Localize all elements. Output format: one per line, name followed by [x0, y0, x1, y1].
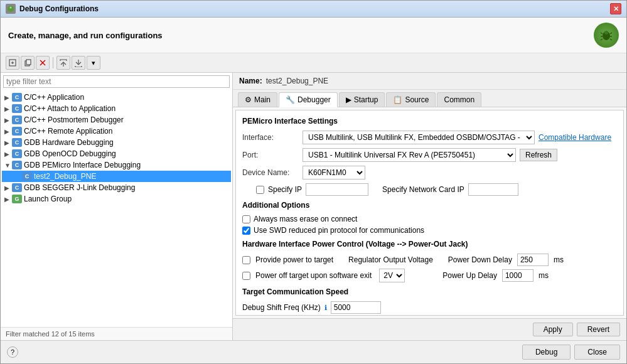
specify-ip-input[interactable]	[306, 183, 368, 196]
toolbar-separator	[53, 57, 53, 68]
device-name-label: Device Name:	[242, 168, 299, 177]
debug-shift-row: Debug Shift Freq (KHz) ℹ	[242, 301, 617, 314]
apply-button[interactable]: Apply	[533, 323, 573, 336]
debug-shift-help-icon[interactable]: ℹ	[324, 304, 327, 312]
power-control-section: Hardware Interface Power Control (Voltag…	[242, 240, 617, 282]
power-control-title: Hardware Interface Power Control (Voltag…	[242, 240, 617, 249]
tree-arrow-cpp-attach: ▶	[4, 105, 12, 112]
revert-button[interactable]: Revert	[577, 323, 620, 336]
port-select[interactable]: USB1 - Multilink Universal FX Rev A (PE5…	[303, 148, 516, 162]
svg-point-3	[604, 31, 608, 35]
debug-button[interactable]: Debug	[522, 345, 571, 360]
right-panel: Name: test2_Debug_PNE ⚙ Main 🔧 Debugger …	[233, 73, 626, 340]
debug-shift-input[interactable]	[331, 301, 381, 314]
dropdown-button[interactable]: ▾	[87, 56, 100, 70]
import-button[interactable]	[72, 56, 85, 70]
power-off-checkbox[interactable]	[242, 272, 250, 280]
window-header: Create, manage, and run configurations	[1, 18, 626, 53]
device-name-row: Device Name: K60FN1M0	[242, 166, 617, 179]
specify-network-ip-input[interactable]	[468, 183, 518, 196]
tree-item-test2-debug[interactable]: C test2_Debug_PNE	[2, 171, 231, 182]
close-button[interactable]: ✕	[610, 3, 621, 14]
tree-item-cpp-attach[interactable]: ▶ C C/C++ Attach to Application	[2, 103, 231, 114]
new-config-button[interactable]	[6, 56, 19, 70]
specify-ip-checkbox[interactable]	[256, 186, 264, 194]
filter-status: Filter matched 12 of 15 items	[1, 327, 232, 340]
bug-logo	[594, 23, 619, 48]
compatible-hw-link[interactable]: Compatible Hardware	[539, 133, 611, 142]
tree-icon-gdb-segger: C	[12, 183, 22, 192]
tab-main-label: Main	[254, 95, 271, 104]
comm-speed-title: Target Communication Speed	[242, 287, 617, 296]
tab-source-icon: 📋	[393, 95, 402, 104]
tree-label-gdb-segger: GDB SEGGER J-Link Debugging	[24, 183, 135, 192]
bottom-bar: Apply Revert	[233, 318, 626, 340]
regulator-voltage-select[interactable]: 2V	[379, 269, 405, 282]
additional-section-title: Additional Options	[242, 201, 617, 210]
toolbar: ▾	[1, 53, 626, 73]
tab-debugger-label: Debugger	[297, 95, 331, 104]
tree-label-gdb-openocd: GDB OpenOCD Debugging	[24, 149, 116, 158]
tree-label-gdb-hw: GDB Hardware Debugging	[24, 138, 114, 147]
specify-ip-label: Specify IP	[268, 185, 302, 194]
tree-label-gdb-pemicro: GDB PEMicro Interface Debugging	[24, 161, 141, 169]
tree: ▶ C C/C++ Application ▶ C C/C++ Attach t…	[1, 90, 232, 327]
help-button[interactable]: ?	[7, 346, 18, 358]
refresh-button[interactable]: Refresh	[520, 149, 557, 161]
power-up-delay-unit: ms	[539, 271, 549, 280]
close-button[interactable]: Close	[574, 345, 620, 360]
tree-label-cpp-app: C/C++ Application	[24, 93, 84, 102]
export-button[interactable]	[56, 56, 70, 70]
tab-main[interactable]: ⚙ Main	[238, 92, 277, 107]
comm-speed-section: Target Communication Speed Debug Shift F…	[242, 287, 617, 316]
use-swd-label: Use SWD reduced pin protocol for communi…	[254, 226, 424, 235]
main-content: ▶ C C/C++ Application ▶ C C/C++ Attach t…	[1, 73, 626, 340]
tree-item-gdb-openocd[interactable]: ▶ C GDB OpenOCD Debugging	[2, 148, 231, 159]
tree-arrow-cpp-app: ▶	[4, 94, 12, 101]
use-swd-checkbox[interactable]	[242, 227, 250, 235]
footer-buttons: Debug Close	[522, 345, 620, 360]
svg-rect-14	[26, 60, 31, 65]
delete-button[interactable]	[36, 56, 50, 70]
tree-icon-gdb-openocd: C	[12, 149, 22, 158]
power-off-label: Power off target upon software exit	[255, 271, 372, 280]
tab-common-label: Common	[444, 95, 474, 104]
tree-item-gdb-hw[interactable]: ▶ C GDB Hardware Debugging	[2, 137, 231, 148]
provide-power-checkbox[interactable]	[242, 256, 250, 264]
tab-source[interactable]: 📋 Source	[386, 92, 436, 107]
copy-button[interactable]	[21, 56, 35, 70]
device-name-select[interactable]: K60FN1M0	[303, 166, 365, 179]
tree-item-cpp-remote[interactable]: ▶ C C/C++ Remote Application	[2, 126, 231, 137]
additional-section: Additional Options Always mass erase on …	[242, 201, 617, 235]
tab-startup[interactable]: ▶ Startup	[339, 92, 385, 107]
tree-item-gdb-pemicro[interactable]: ▼ C GDB PEMicro Interface Debugging	[2, 159, 231, 171]
power-down-delay-input[interactable]	[517, 254, 549, 266]
filter-input[interactable]	[3, 75, 230, 88]
tab-common[interactable]: Common	[437, 92, 481, 107]
tree-label-launch-group: Launch Group	[24, 195, 72, 203]
tree-item-cpp-postmortem[interactable]: ▶ C C/C++ Postmortem Debugger	[2, 114, 231, 126]
port-label: Port:	[242, 151, 299, 159]
tree-item-gdb-segger[interactable]: ▶ C GDB SEGGER J-Link Debugging	[2, 182, 231, 193]
svg-line-8	[601, 39, 603, 40]
window-icon	[6, 4, 16, 14]
tree-icon-gdb-hw: C	[12, 138, 22, 147]
tab-startup-label: Startup	[354, 95, 378, 104]
tab-debugger[interactable]: 🔧 Debugger	[279, 92, 338, 107]
power-up-delay-input[interactable]	[502, 269, 533, 282]
tabs: ⚙ Main 🔧 Debugger ▶ Startup 📋 Source Com…	[233, 90, 626, 107]
tree-icon-cpp-remote: C	[12, 127, 22, 136]
tab-startup-icon: ▶	[346, 95, 351, 104]
tree-arrow-gdb-segger: ▶	[4, 185, 12, 191]
footer: ? Debug Close	[1, 340, 626, 363]
always-mass-erase-checkbox[interactable]	[242, 215, 250, 223]
power-down-delay-label: Power Down Delay	[448, 255, 512, 264]
tree-item-cpp-app[interactable]: ▶ C C/C++ Application	[2, 92, 231, 103]
name-label: Name:	[239, 77, 262, 85]
title-bar: Debug Configurations ✕	[1, 1, 626, 18]
tree-label-cpp-attach: C/C++ Attach to Application	[24, 104, 115, 113]
tree-item-launch-group[interactable]: ▶ G Launch Group	[2, 193, 231, 205]
interface-select[interactable]: USB Multilink, USB Multilink FX, Embedde…	[303, 131, 535, 144]
power-off-row: Power off target upon software exit 2V P…	[242, 269, 617, 282]
port-row: Port: USB1 - Multilink Universal FX Rev …	[242, 148, 617, 162]
